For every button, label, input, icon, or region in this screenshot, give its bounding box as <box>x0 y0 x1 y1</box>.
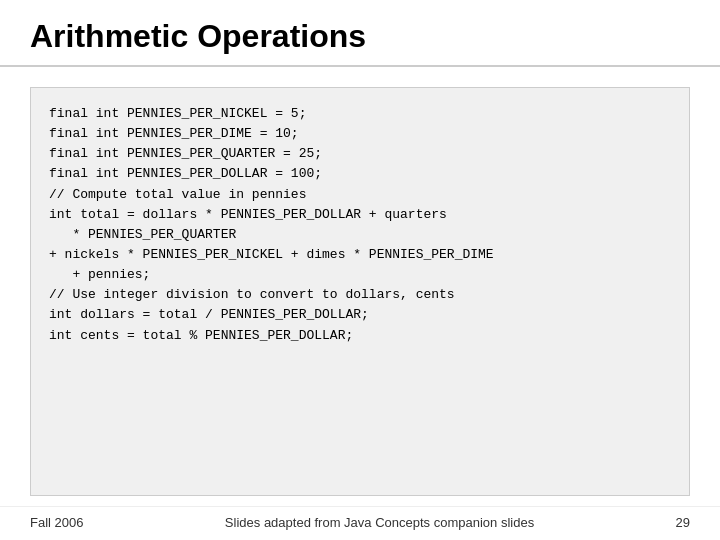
slide-content: final int PENNIES_PER_NICKEL = 5; final … <box>0 67 720 506</box>
footer-page-number: 29 <box>676 515 690 530</box>
footer-attribution: Slides adapted from Java Concepts compan… <box>103 515 655 530</box>
slide-header: Arithmetic Operations <box>0 0 720 67</box>
slide: Arithmetic Operations final int PENNIES_… <box>0 0 720 540</box>
slide-title: Arithmetic Operations <box>30 18 690 55</box>
slide-footer: Fall 2006 Slides adapted from Java Conce… <box>0 506 720 540</box>
code-block: final int PENNIES_PER_NICKEL = 5; final … <box>30 87 690 496</box>
footer-date: Fall 2006 <box>30 515 83 530</box>
